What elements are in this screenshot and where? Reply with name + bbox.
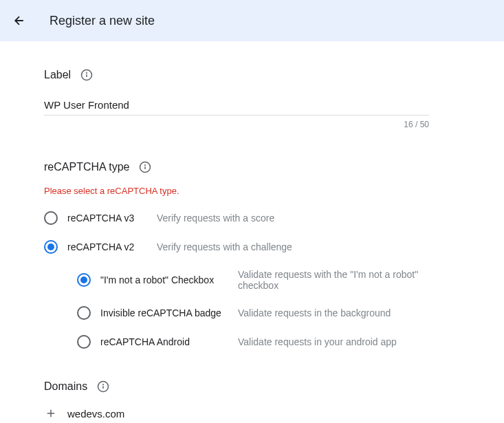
radio-button[interactable] bbox=[44, 211, 58, 225]
plus-icon[interactable] bbox=[44, 406, 58, 420]
radio-button[interactable] bbox=[44, 240, 58, 254]
info-icon[interactable] bbox=[80, 69, 93, 81]
radio-desc: Verify requests with a score bbox=[157, 213, 274, 224]
radio-desc: Verify requests with a challenge bbox=[157, 241, 292, 252]
back-arrow-icon[interactable] bbox=[11, 12, 28, 29]
radio-android-option[interactable]: reCAPTCHA Android Validate requests in y… bbox=[77, 335, 460, 349]
label-section-header: Label bbox=[44, 69, 460, 81]
form-content: Label 16 / 50 reCAPTCHA type bbox=[0, 41, 504, 423]
svg-point-8 bbox=[103, 384, 104, 385]
type-title: reCAPTCHA type bbox=[44, 161, 129, 173]
v2-sub-options: "I'm not a robot" Checkbox Validate requ… bbox=[77, 269, 460, 349]
label-section: Label 16 / 50 bbox=[44, 69, 460, 129]
radio-invisible-option[interactable]: Invisible reCAPTCHA badge Validate reque… bbox=[77, 306, 460, 320]
domains-title: Domains bbox=[44, 380, 87, 393]
recaptcha-type-section: reCAPTCHA type Please select a reCAPTCHA… bbox=[44, 161, 460, 349]
radio-button[interactable] bbox=[77, 335, 91, 349]
radio-label: "I'm not a robot" Checkbox bbox=[100, 274, 228, 285]
radio-label: reCAPTCHA Android bbox=[100, 336, 228, 347]
label-title: Label bbox=[44, 69, 71, 81]
radio-label: reCAPTCHA v2 bbox=[67, 241, 147, 252]
radio-desc: Validate requests in the background bbox=[238, 307, 391, 318]
page-header: Register a new site bbox=[0, 0, 504, 41]
info-icon[interactable] bbox=[97, 380, 109, 393]
domains-section-header: Domains bbox=[44, 380, 460, 393]
domain-row: wedevs.com bbox=[44, 406, 460, 420]
svg-point-2 bbox=[87, 73, 87, 74]
type-radio-group: reCAPTCHA v3 Verify requests with a scor… bbox=[44, 211, 460, 349]
type-section-header: reCAPTCHA type bbox=[44, 161, 460, 173]
radio-desc: Validate requests in your android app bbox=[238, 336, 397, 347]
page-title: Register a new site bbox=[50, 14, 155, 28]
domains-section: Domains wedevs.com bbox=[44, 380, 460, 420]
radio-button[interactable] bbox=[77, 273, 91, 287]
radio-desc: Validate requests with the "I'm not a ro… bbox=[238, 269, 460, 291]
radio-recaptcha-v2[interactable]: reCAPTCHA v2 Verify requests with a chal… bbox=[44, 240, 460, 254]
domain-item[interactable]: wedevs.com bbox=[67, 408, 124, 420]
label-input[interactable] bbox=[44, 94, 429, 116]
radio-recaptcha-v3[interactable]: reCAPTCHA v3 Verify requests with a scor… bbox=[44, 211, 460, 225]
radio-button[interactable] bbox=[77, 306, 91, 320]
radio-checkbox-option[interactable]: "I'm not a robot" Checkbox Validate requ… bbox=[77, 269, 460, 291]
radio-label: Invisible reCAPTCHA badge bbox=[100, 307, 228, 318]
type-error: Please select a reCAPTCHA type. bbox=[44, 186, 460, 196]
svg-point-5 bbox=[145, 165, 146, 166]
radio-label: reCAPTCHA v3 bbox=[67, 213, 147, 224]
radio-recaptcha-v2-wrapper: reCAPTCHA v2 Verify requests with a chal… bbox=[44, 240, 460, 349]
info-icon[interactable] bbox=[139, 161, 151, 173]
char-count: 16 / 50 bbox=[44, 120, 429, 129]
